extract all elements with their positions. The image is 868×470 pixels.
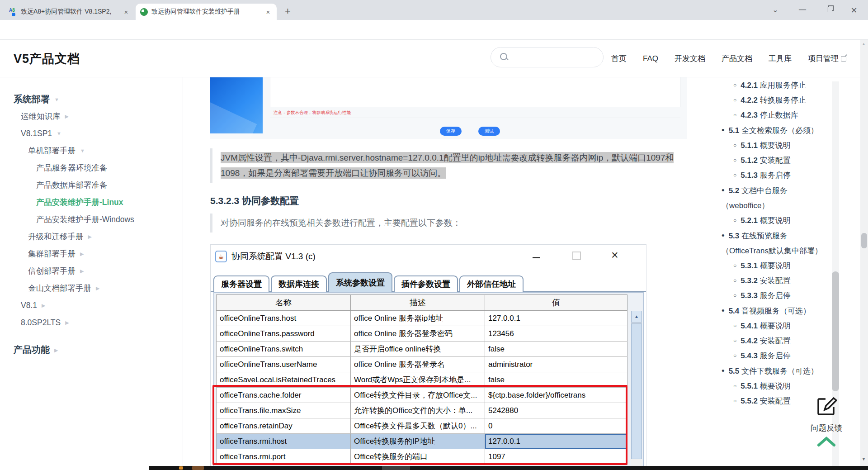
nav-item-2[interactable]: FAQ bbox=[643, 54, 658, 63]
external-link-icon bbox=[841, 56, 846, 62]
scrollbar-down-arrow-icon[interactable]: ▼ bbox=[862, 457, 866, 461]
sidebar-item-8[interactable]: 产品安装维护手册-Windows bbox=[36, 214, 134, 225]
table-cell-value: 5242880 bbox=[485, 403, 627, 418]
toc-item-5-4[interactable]: •5.4 音视频服务（可选） bbox=[722, 303, 826, 318]
toc-item-5-3-1[interactable]: ○5.3.1 概要说明 bbox=[722, 258, 826, 273]
sidebar-item-6[interactable]: 产品数据库部署准备 bbox=[36, 180, 108, 190]
table-cell-value: 1097 bbox=[485, 449, 627, 465]
toc-item-label: 概要说明 bbox=[760, 141, 791, 150]
search-icon bbox=[500, 53, 509, 62]
toc-item-5-4-3[interactable]: ○5.4.3 服务启停 bbox=[722, 348, 826, 363]
sidebar-item-10[interactable]: 集群部署手册▶ bbox=[28, 248, 84, 259]
sidebar-item-4[interactable]: 单机部署手册▼ bbox=[28, 145, 85, 156]
chevron-right-icon: ▶ bbox=[80, 251, 84, 256]
sidebar-item-label: 集群部署手册 bbox=[28, 249, 75, 258]
toc-item-label: 转换服务停止 bbox=[760, 96, 806, 104]
toc-item-5-2[interactable]: •5.2 文档中台服务（weboffice） bbox=[722, 183, 826, 213]
table-row: officeOnlineTrans.hostoffice Online 服务器i… bbox=[216, 311, 627, 326]
toc-item-4-2-3[interactable]: ○4.2.3 停止数据库 bbox=[722, 108, 826, 123]
embedded-dialog-screenshot: ☕ 协同系统配置 V1.3 (c) × 服务器设置数据库连接系统参数设置插件参数… bbox=[210, 244, 646, 470]
top-nav: 首页FAQ开发文档产品文档工具库项目管理 bbox=[611, 40, 846, 77]
back-to-top-chevron-icon[interactable] bbox=[817, 436, 836, 447]
feedback-label: 问题反馈 bbox=[804, 423, 849, 433]
feedback-widget[interactable]: 问题反馈 bbox=[804, 395, 849, 449]
toc-item-4-2-1[interactable]: ○4.2.1 应用服务停止 bbox=[722, 78, 826, 93]
sidebar-item-7[interactable]: 产品安装维护手册-Linux bbox=[36, 197, 123, 208]
dialog-minimize-icon bbox=[533, 257, 540, 258]
nav-item-5[interactable]: 工具库 bbox=[769, 53, 792, 64]
bullet-icon: • bbox=[722, 306, 725, 315]
screenshot-warning-text: 注意：参数不合理，将影响系统运行性能 bbox=[274, 110, 351, 116]
sidebar-item-13[interactable]: V8.1▶ bbox=[21, 300, 45, 311]
sidebar-item-11[interactable]: 信创部署手册▶ bbox=[28, 266, 84, 276]
bullet-icon: • bbox=[722, 185, 725, 195]
java-cup-icon: ☕ bbox=[215, 251, 227, 262]
window-minimize-button[interactable]: — bbox=[797, 5, 808, 14]
sidebar-item-2[interactable]: 运维知识库▶ bbox=[21, 111, 69, 122]
toc-item-5-3[interactable]: •5.3 在线预览服务（OfficeTrans默认集中部署） bbox=[722, 228, 826, 258]
nav-item-4[interactable]: 产品文档 bbox=[722, 53, 752, 64]
toc-item-number: 4.2.1 bbox=[741, 81, 760, 90]
nav-item-6[interactable]: 项目管理 bbox=[808, 53, 846, 64]
toc-item-5-1-1[interactable]: ○5.1.1 概要说明 bbox=[722, 138, 826, 153]
page-scrollbar[interactable]: ▲ ▼ bbox=[860, 40, 868, 470]
toc-item-label: 停止数据库 bbox=[760, 111, 798, 119]
circle-bullet-icon: ○ bbox=[733, 217, 736, 223]
toc-item-5-3-3[interactable]: ○5.3.3 服务启停 bbox=[722, 288, 826, 303]
toc-item-5-4-2[interactable]: ○5.4.2 安装配置 bbox=[722, 333, 826, 348]
scroll-up-arrow-icon: ▲ bbox=[631, 311, 642, 323]
chevron-right-icon: ▶ bbox=[54, 347, 58, 353]
sidebar-item-15[interactable]: 产品功能▶ bbox=[14, 344, 58, 356]
browser-tab-1[interactable]: A8 致远A8+协同管理软件 V8.1SP2, × bbox=[5, 4, 135, 20]
site-logo[interactable]: V5产品文档 bbox=[14, 51, 80, 67]
window-restore-button[interactable] bbox=[824, 5, 835, 14]
toc-item-5-5[interactable]: •5.5 文件下载服务（可选） bbox=[722, 363, 826, 379]
sidebar-item-1[interactable]: 系统部署▼ bbox=[14, 94, 59, 105]
taskbar-icon bbox=[192, 466, 204, 470]
toc-item-5-1[interactable]: •5.1 全文检索服务（必须） bbox=[722, 123, 826, 138]
bullet-icon: • bbox=[722, 125, 725, 135]
table-cell-name: officeOnlineTrans.switch bbox=[216, 342, 351, 357]
sidebar-item-label: 单机部署手册 bbox=[28, 146, 75, 155]
dialog-titlebar: ☕ 协同系统配置 V1.3 (c) × bbox=[211, 245, 646, 268]
nav-item-3[interactable]: 开发文档 bbox=[675, 53, 705, 64]
toc-item-5-1-3[interactable]: ○5.1.3 服务启停 bbox=[722, 168, 826, 183]
toc-scrollbar-thumb[interactable] bbox=[832, 271, 839, 391]
nav-item-label: 首页 bbox=[611, 53, 627, 64]
toc-item-number: 5.5 bbox=[729, 367, 741, 375]
toc-item-number: 4.2.2 bbox=[741, 96, 760, 104]
page-scrollbar-thumb[interactable] bbox=[861, 233, 867, 248]
tab-close-icon[interactable]: × bbox=[122, 8, 130, 16]
tab-close-icon[interactable]: × bbox=[264, 8, 272, 16]
search-input[interactable] bbox=[491, 47, 604, 67]
new-tab-button[interactable]: + bbox=[285, 5, 291, 17]
sidebar-item-5[interactable]: 产品服务器环境准备 bbox=[36, 162, 108, 173]
table-cell-value: 127.0.0.1 bbox=[485, 311, 627, 326]
jvm-note-blockquote: JVM属性设置，其中-Djava.rmi.server.hostname=127… bbox=[210, 148, 689, 183]
sidebar: 系统部署▼运维知识库▶V8.1SP1▼单机部署手册▼产品服务器环境准备产品数据库… bbox=[0, 77, 183, 466]
sidebar-item-label: 系统部署 bbox=[14, 94, 50, 104]
toc-item-number: 5.3.2 bbox=[741, 276, 760, 285]
nav-item-1[interactable]: 首页 bbox=[611, 53, 627, 64]
toc-item-4-2-2[interactable]: ○4.2.2 转换服务停止 bbox=[722, 93, 826, 108]
toc-item-5-3-2[interactable]: ○5.3.2 安装配置 bbox=[722, 273, 826, 288]
toc-item-5-2-1[interactable]: ○5.2.1 概要说明 bbox=[722, 213, 826, 228]
scrollbar-up-arrow-icon[interactable]: ▲ bbox=[862, 42, 866, 46]
toc-item-number: 5.4.1 bbox=[741, 322, 760, 330]
toc-item-label: 服务启停 bbox=[760, 171, 791, 180]
toc-item-5-4-1[interactable]: ○5.4.1 概要说明 bbox=[722, 318, 826, 333]
sidebar-item-label: V8.1SP1 bbox=[21, 129, 52, 138]
toc-item-5-5-1[interactable]: ○5.5.1 概要说明 bbox=[722, 379, 826, 394]
browser-tab-2-active[interactable]: 致远协同管理软件安装维护手册 × bbox=[136, 4, 277, 20]
dialog-tabs: 服务器设置数据库连接系统参数设置插件参数设置外部信任地址 bbox=[213, 272, 525, 292]
toc-item-5-1-2[interactable]: ○5.1.2 安装配置 bbox=[722, 153, 826, 168]
table-cell-name: officeTrans.rmi.host bbox=[216, 434, 351, 449]
tab-search-chevron-icon[interactable]: ⌄ bbox=[769, 5, 781, 14]
window-close-button[interactable]: ✕ bbox=[848, 5, 860, 14]
sidebar-item-3[interactable]: V8.1SP1▼ bbox=[21, 128, 61, 139]
dialog-tabbar: 服务器设置数据库连接系统参数设置插件参数设置外部信任地址 bbox=[211, 268, 646, 292]
sidebar-item-14[interactable]: 8.0SP2LTS▶ bbox=[21, 317, 69, 328]
sidebar-item-9[interactable]: 升级和迁移手册▶ bbox=[28, 231, 92, 242]
sidebar-item-12[interactable]: 金山文档部署手册▶ bbox=[28, 283, 99, 294]
table-body: officeOnlineTrans.hostoffice Online 服务器i… bbox=[216, 311, 627, 465]
